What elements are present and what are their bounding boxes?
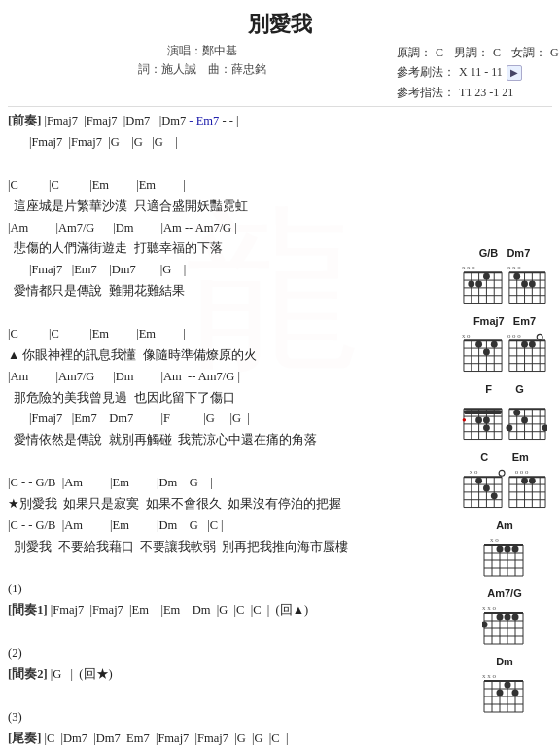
svg-text:x x o: x x o bbox=[508, 264, 521, 270]
svg-point-14 bbox=[475, 281, 482, 288]
svg-point-152 bbox=[482, 622, 488, 628]
svg-point-165 bbox=[497, 690, 504, 696]
chord-diagram-am: Am x o bbox=[461, 519, 548, 578]
play-button[interactable]: ▶ bbox=[507, 65, 522, 81]
chord-grid-gb: x x o bbox=[462, 261, 547, 305]
chord-diagram-dm: Dm x x o bbox=[461, 656, 548, 714]
chord-grid-fmaj7: x o bbox=[462, 329, 547, 374]
svg-point-29 bbox=[521, 281, 528, 288]
chord-diagram-c: C Em x o bbox=[461, 451, 548, 510]
svg-point-13 bbox=[468, 281, 474, 288]
svg-point-91 bbox=[542, 425, 547, 432]
male-key-label: 男調： bbox=[454, 43, 489, 62]
svg-point-73 bbox=[475, 417, 482, 424]
svg-point-30 bbox=[529, 281, 536, 288]
svg-point-58 bbox=[521, 341, 528, 348]
svg-point-166 bbox=[505, 682, 511, 689]
chord-label-gb: G/B Dm7 bbox=[479, 247, 531, 259]
svg-point-104 bbox=[475, 478, 482, 484]
lyrics-content: [前奏] |Fmaj7 |Fmaj7 |Dm7 |Dm7 - Em7 - - |… bbox=[8, 111, 459, 750]
left-header: 演唱：鄭中基 詞：施人誠 曲：薛忠銘 bbox=[8, 43, 397, 80]
female-key: G bbox=[550, 43, 559, 62]
chord-label-f: F G bbox=[485, 383, 524, 395]
svg-text:x x o: x x o bbox=[462, 264, 475, 270]
svg-point-44 bbox=[483, 349, 490, 356]
composer-label: 曲： bbox=[208, 62, 231, 76]
chord-grid-dm: x x o bbox=[482, 669, 527, 714]
svg-point-15 bbox=[483, 273, 490, 280]
svg-point-134 bbox=[497, 546, 504, 553]
chord-label-fmaj7: Fmaj7 Em7 bbox=[473, 315, 536, 327]
diagrams-panel: G/B Dm7 x x o bbox=[461, 247, 548, 714]
svg-text:o o o: o o o bbox=[515, 468, 529, 475]
svg-point-60 bbox=[537, 335, 542, 340]
svg-point-120 bbox=[521, 478, 528, 484]
svg-text:o o o: o o o bbox=[508, 332, 521, 339]
svg-point-167 bbox=[512, 690, 519, 696]
capo-row: 參考刷法： X 11 - 11 ▶ bbox=[397, 62, 552, 82]
svg-point-59 bbox=[529, 341, 536, 348]
svg-point-151 bbox=[512, 614, 519, 621]
svg-point-135 bbox=[505, 546, 511, 553]
svg-rect-72 bbox=[464, 410, 502, 414]
svg-point-45 bbox=[491, 341, 498, 348]
finger-value: T1 23 -1 21 bbox=[459, 83, 513, 102]
chord-grid-c: x o bbox=[462, 465, 547, 510]
credits-line: 詞：施人誠 曲：薛忠銘 bbox=[8, 61, 397, 78]
lyricist: 施人誠 bbox=[161, 62, 196, 76]
finger-row: 參考指法： T1 23 -1 21 bbox=[397, 83, 552, 102]
finger-label: 參考指法： bbox=[397, 83, 455, 102]
svg-point-136 bbox=[512, 546, 519, 553]
svg-text:x o: x o bbox=[470, 468, 478, 475]
main-content: [前奏] |Fmaj7 |Fmaj7 |Dm7 |Dm7 - Em7 - - |… bbox=[8, 111, 459, 750]
chord-diagram-f: F G bbox=[461, 383, 548, 442]
capo-value: X 11 - 11 bbox=[459, 62, 503, 82]
chord-diagram-gb: G/B Dm7 x x o bbox=[461, 247, 548, 305]
lyricist-label: 詞： bbox=[138, 62, 161, 76]
chord-label-am7g: Am7/G bbox=[487, 588, 521, 599]
key-info: 原調： C 男調： C 女調： G 參考刷法： X 11 - 11 ▶ 參考指法… bbox=[397, 43, 552, 102]
chord-grid-f: ● bbox=[462, 397, 547, 442]
artist-label: 演唱： bbox=[167, 44, 202, 57]
svg-point-149 bbox=[497, 614, 504, 621]
svg-point-88 bbox=[506, 425, 512, 432]
chord-label-c: C Em bbox=[480, 451, 529, 463]
artist: 鄭中基 bbox=[202, 44, 237, 57]
chord-grid-am7g: x x o bbox=[482, 601, 527, 646]
svg-point-150 bbox=[505, 614, 511, 621]
svg-point-43 bbox=[475, 341, 482, 348]
song-title: 別愛我 bbox=[8, 10, 552, 39]
artist-line: 演唱：鄭中基 bbox=[8, 43, 397, 59]
original-key: C bbox=[436, 43, 443, 62]
female-key-label: 女調： bbox=[511, 43, 546, 62]
male-key: C bbox=[493, 43, 501, 62]
svg-text:x o: x o bbox=[490, 536, 499, 544]
chord-grid-am: x o bbox=[482, 533, 527, 578]
chord-label-am: Am bbox=[496, 519, 513, 531]
chord-label-dm: Dm bbox=[496, 656, 513, 667]
separator bbox=[8, 106, 552, 107]
svg-text:x x o: x x o bbox=[482, 604, 497, 612]
svg-point-75 bbox=[483, 425, 490, 432]
svg-text:x o: x o bbox=[462, 332, 471, 339]
svg-point-107 bbox=[499, 471, 505, 477]
chord-diagram-fmaj7: Fmaj7 Em7 x o bbox=[461, 315, 548, 374]
composer: 薛忠銘 bbox=[231, 62, 266, 76]
svg-point-74 bbox=[483, 417, 490, 424]
capo-label: 參考刷法： bbox=[397, 62, 455, 82]
svg-text:●: ● bbox=[462, 415, 467, 424]
svg-point-90 bbox=[521, 417, 528, 424]
svg-point-28 bbox=[513, 273, 520, 280]
svg-text:x x o: x x o bbox=[482, 672, 497, 680]
chord-diagram-am7g: Am7/G x x o bbox=[461, 588, 548, 646]
svg-point-106 bbox=[491, 493, 498, 500]
svg-point-89 bbox=[513, 410, 520, 416]
original-key-label: 原調： bbox=[397, 43, 432, 62]
svg-point-105 bbox=[483, 485, 490, 492]
key-row: 原調： C 男調： C 女調： G bbox=[397, 43, 552, 62]
svg-point-121 bbox=[529, 478, 536, 484]
